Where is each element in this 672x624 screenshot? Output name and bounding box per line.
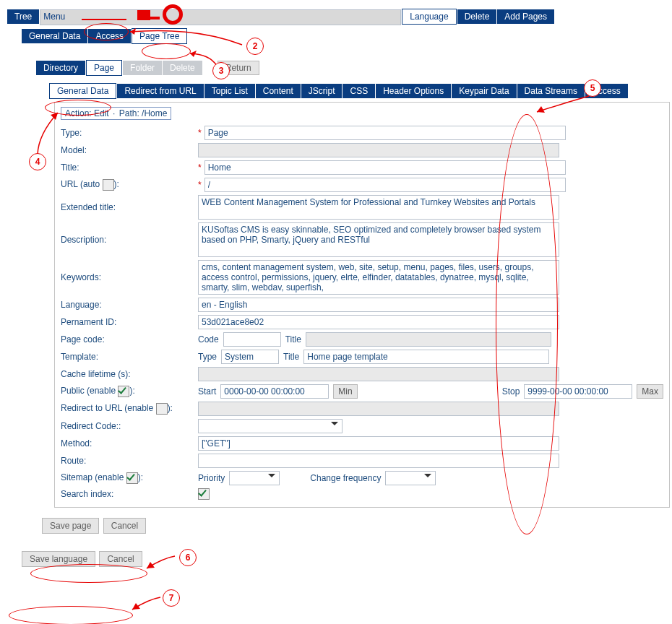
- row-model: Model:: [55, 142, 669, 159]
- input-model[interactable]: [198, 143, 559, 157]
- tab-page[interactable]: Page: [86, 60, 122, 76]
- req-url: *: [198, 180, 202, 190]
- label-url: URL (auto ):: [61, 179, 198, 191]
- label-redirurl-a: Redirect to URL (enable: [61, 403, 156, 413]
- chevron-down-icon: [331, 422, 338, 429]
- label-pc-title: Title: [285, 334, 301, 344]
- input-pc-code[interactable]: [223, 332, 281, 347]
- label-tpl-type: Type: [198, 352, 217, 362]
- min-button[interactable]: Min: [333, 384, 357, 399]
- label-type: Type:: [61, 128, 198, 138]
- tab-header-options[interactable]: Header Options: [376, 84, 451, 98]
- menu-row-3: DirectoryPageFolderDeleteReturn: [36, 60, 665, 76]
- label-sitemap-b: ):: [138, 472, 143, 482]
- row-description: Description: KUSoftas CMS is easy skinna…: [55, 221, 669, 259]
- tab-content[interactable]: Content: [256, 84, 301, 98]
- tab-menu[interactable]: Menu: [40, 9, 401, 25]
- row-template: Template: Type Title: [55, 348, 669, 365]
- row-sitemap: Sitemap (enable ): Priority Change frequ…: [55, 469, 669, 487]
- label-public-b: ):: [129, 386, 134, 396]
- row-keywords: Keywords: cms, content management system…: [55, 259, 669, 296]
- max-button[interactable]: Max: [637, 384, 663, 399]
- tab-directory[interactable]: Directory: [36, 61, 85, 75]
- tab-general-data-2[interactable]: General Data: [22, 29, 87, 43]
- annot-num-3: 3: [212, 62, 230, 79]
- annot-num-2: 2: [246, 38, 264, 55]
- label-perm-id: Pernament ID:: [61, 317, 198, 327]
- row-type: Type: *: [55, 124, 669, 142]
- checkbox-sitemap[interactable]: [126, 472, 138, 484]
- tab-topic-list[interactable]: Topic List: [204, 84, 255, 98]
- label-url-a: URL (auto: [61, 179, 103, 189]
- arrow-5: [535, 94, 600, 116]
- label-change-freq: Change frequency: [310, 473, 381, 483]
- label-method: Method:: [61, 438, 198, 448]
- label-redirurl-b: ):: [168, 403, 173, 413]
- label-page-code: Page code:: [61, 334, 198, 344]
- tab-add-pages[interactable]: Add Pages: [497, 9, 554, 24]
- label-title: Title:: [61, 162, 198, 173]
- label-start: Start: [198, 386, 216, 396]
- row-page-code: Page code: Code Title: [55, 331, 669, 348]
- label-tpl-title: Title: [283, 352, 299, 362]
- save-language-row: Save language Cancel: [22, 554, 665, 564]
- form-panel: Action: Edit · Path: /Home Type: * Model…: [54, 102, 670, 508]
- label-redirect-url: Redirect to URL (enable ):: [61, 403, 198, 415]
- label-keywords: Keywords:: [61, 272, 198, 282]
- row-method: Method:: [55, 435, 669, 452]
- annot-oval-language: [84, 23, 129, 40]
- tab-keypair-data[interactable]: Keypair Data: [452, 84, 516, 98]
- checkbox-redirect-url[interactable]: [156, 403, 168, 415]
- chevron-down-icon: [424, 474, 431, 481]
- label-language: Language:: [61, 300, 198, 310]
- checkbox-url-auto[interactable]: [103, 179, 114, 191]
- tab-redirect-from-url[interactable]: Redirect from URL: [117, 84, 203, 98]
- label-priority: Priority: [198, 473, 225, 483]
- legend-path: Path: /Home: [119, 108, 168, 118]
- label-description: Description:: [61, 235, 198, 245]
- row-language: Language:: [55, 296, 669, 313]
- tab-tree[interactable]: Tree: [7, 9, 39, 24]
- tab-jscript[interactable]: JScript: [301, 84, 343, 98]
- row-cache: Cache lifetime (s):: [55, 365, 669, 383]
- label-sitemap: Sitemap (enable ):: [61, 472, 198, 484]
- annot-num-4: 4: [29, 153, 46, 170]
- row-url: URL (auto ): *: [55, 176, 669, 194]
- label-public: Public (enable ):: [61, 386, 198, 397]
- row-extended-title: Extended title: WEB Content Management S…: [55, 194, 669, 221]
- label-public-a: Public (enable: [61, 386, 118, 396]
- tab-delete[interactable]: Delete: [457, 9, 497, 24]
- label-url-b: ):: [114, 179, 119, 189]
- row-redirect-url: Redirect to URL (enable ):: [55, 400, 669, 417]
- label-template: Template:: [61, 352, 198, 362]
- tab-css[interactable]: CSS: [343, 84, 375, 98]
- row-redirect-code: Redirect Code::: [55, 417, 669, 435]
- label-extended-title: Extended title:: [61, 202, 198, 212]
- label-pc-code: Code: [198, 334, 219, 344]
- save-page-button[interactable]: Save page: [42, 518, 99, 534]
- decor-square: [137, 10, 150, 20]
- row-title: Title: *: [55, 159, 669, 176]
- cancel-page-button[interactable]: Cancel: [103, 518, 146, 534]
- label-redirect-code: Redirect Code::: [61, 421, 198, 431]
- label-model: Model:: [61, 145, 198, 155]
- checkbox-search-index[interactable]: [198, 488, 210, 500]
- input-start[interactable]: [220, 384, 329, 399]
- annot-oval-form: [496, 114, 558, 534]
- req-type: *: [198, 128, 202, 138]
- chevron-down-icon: [268, 474, 275, 481]
- tab-language[interactable]: Language: [402, 9, 456, 25]
- save-page-row: Save page Cancel: [42, 521, 665, 531]
- label-search-index: Search index:: [61, 489, 198, 499]
- legend-dot: ·: [111, 108, 116, 118]
- annot-oval-pagetree: [142, 43, 191, 59]
- select-redirect-code[interactable]: [198, 419, 343, 433]
- label-route: Route:: [61, 456, 198, 466]
- row-perm-id: Pernament ID:: [55, 313, 669, 331]
- input-tpl-type[interactable]: [221, 350, 279, 364]
- input-type[interactable]: [204, 126, 566, 140]
- label-sitemap-a: Sitemap (enable: [61, 472, 126, 482]
- checkbox-public[interactable]: [118, 386, 129, 397]
- tab-folder[interactable]: Folder: [123, 61, 162, 75]
- tab-general-data-4[interactable]: General Data: [49, 83, 116, 99]
